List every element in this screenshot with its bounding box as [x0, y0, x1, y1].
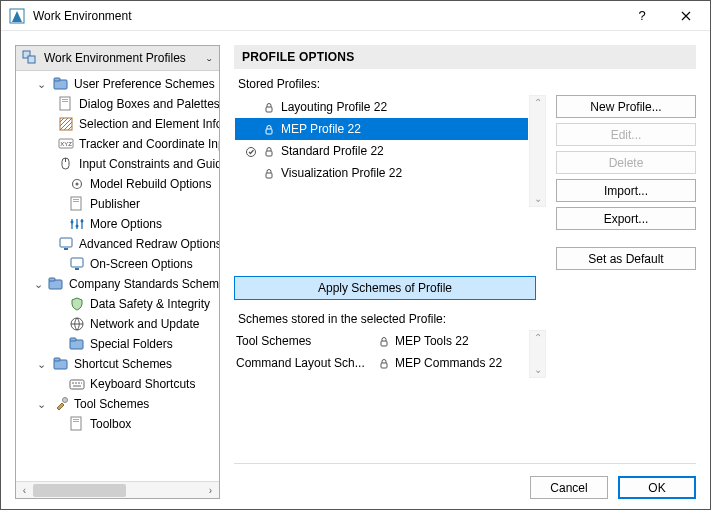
- cancel-button[interactable]: Cancel: [530, 476, 608, 499]
- stored-profiles-label: Stored Profiles:: [234, 73, 696, 95]
- scheme-name: Tool Schemes: [234, 334, 379, 348]
- tree-item-label: Company Standards Schemes: [69, 277, 219, 291]
- title-bar: Work Environment ?: [1, 1, 710, 31]
- lock-icon: [263, 167, 275, 179]
- window-title: Work Environment: [33, 9, 131, 23]
- profiles-icon: [22, 50, 38, 66]
- import-button[interactable]: Import...: [556, 179, 696, 202]
- scheme-row[interactable]: Tool SchemesMEP Tools 22: [234, 330, 519, 352]
- tree-item[interactable]: ·Network and Update: [16, 314, 219, 334]
- lock-icon: [263, 145, 275, 157]
- scheme-name: Command Layout Sch...: [234, 356, 379, 370]
- tree-item[interactable]: ·Advanced Redraw Options: [16, 234, 219, 254]
- help-button[interactable]: ?: [622, 1, 662, 31]
- tree-item-label: Special Folders: [90, 337, 173, 351]
- tree-item[interactable]: ·Special Folders: [16, 334, 219, 354]
- tree-item[interactable]: ·On-Screen Options: [16, 254, 219, 274]
- tree-item-label: User Preference Schemes: [74, 77, 215, 91]
- rebuild-icon: [69, 176, 85, 192]
- profile-item[interactable]: Layouting Profile 22: [235, 96, 528, 118]
- profile-name: Standard Profile 22: [281, 144, 384, 158]
- scroll-right-arrow[interactable]: ›: [202, 482, 219, 499]
- shortcut-icon: [53, 356, 69, 372]
- tree-item[interactable]: ·Selection and Element Information: [16, 114, 219, 134]
- tree-item-label: Tracker and Coordinate Input: [79, 137, 219, 151]
- default-marker-icon: [245, 145, 257, 157]
- tree-item-label: Network and Update: [90, 317, 199, 331]
- tree-twisty[interactable]: ⌄: [34, 78, 48, 91]
- close-button[interactable]: [666, 1, 706, 31]
- redraw-icon: [58, 236, 74, 252]
- profile-name: Visualization Profile 22: [281, 166, 402, 180]
- tree-item-label: Publisher: [90, 197, 140, 211]
- profile-item[interactable]: Visualization Profile 22: [235, 162, 528, 184]
- tree-header[interactable]: Work Environment Profiles ⌄: [16, 46, 219, 71]
- input-icon: [58, 156, 74, 172]
- scheme-value: MEP Tools 22: [379, 334, 519, 348]
- scroll-left-arrow[interactable]: ‹: [16, 482, 33, 499]
- profile-item[interactable]: Standard Profile 22: [235, 140, 528, 162]
- safety-icon: [69, 296, 85, 312]
- scheme-value: MEP Commands 22: [379, 356, 519, 370]
- tree-item-label: Data Safety & Integrity: [90, 297, 210, 311]
- schemes-table[interactable]: Tool SchemesMEP Tools 22Command Layout S…: [234, 330, 519, 378]
- scheme-row[interactable]: Command Layout Sch...MEP Commands 22: [234, 352, 519, 374]
- tree-item[interactable]: ⌄Shortcut Schemes: [16, 354, 219, 374]
- schemes-stored-label: Schemes stored in the selected Profile:: [234, 308, 696, 330]
- tree-item[interactable]: ·Keyboard Shortcuts: [16, 374, 219, 394]
- tree-item[interactable]: ⌄Tool Schemes: [16, 394, 219, 414]
- tree-item[interactable]: ·Input Constraints and Guides: [16, 154, 219, 174]
- tree-item[interactable]: ·Toolbox: [16, 414, 219, 434]
- tree-item[interactable]: ·Publisher: [16, 194, 219, 214]
- tree-header-label: Work Environment Profiles: [44, 51, 186, 65]
- export-button[interactable]: Export...: [556, 207, 696, 230]
- tree-item-label: Model Rebuild Options: [90, 177, 211, 191]
- tree-item-label: Keyboard Shortcuts: [90, 377, 195, 391]
- section-heading: PROFILE OPTIONS: [234, 45, 696, 69]
- profile-item[interactable]: MEP Profile 22: [235, 118, 528, 140]
- tree-item[interactable]: ·More Options: [16, 214, 219, 234]
- tree-item-label: On-Screen Options: [90, 257, 193, 271]
- tree-item-label: Toolbox: [90, 417, 131, 431]
- tree-item[interactable]: ⌄User Preference Schemes: [16, 74, 219, 94]
- tree-item[interactable]: ·Model Rebuild Options: [16, 174, 219, 194]
- tree-twisty[interactable]: ⌄: [34, 358, 48, 371]
- delete-button: Delete: [556, 151, 696, 174]
- keyboard-icon: [69, 376, 85, 392]
- profiles-list[interactable]: Layouting Profile 22MEP Profile 22Standa…: [234, 95, 529, 270]
- tool-icon: [53, 396, 69, 412]
- user-scheme-icon: [53, 76, 69, 92]
- tree[interactable]: ⌄User Preference Schemes·Dialog Boxes an…: [16, 71, 219, 481]
- chevron-down-icon: ⌄: [205, 54, 213, 62]
- network-icon: [69, 316, 85, 332]
- tree-item[interactable]: ·Data Safety & Integrity: [16, 294, 219, 314]
- dialog-icon: [58, 96, 74, 112]
- company-icon: [48, 276, 64, 292]
- tree-item-label: Input Constraints and Guides: [79, 157, 219, 171]
- apply-schemes-button[interactable]: Apply Schemes of Profile: [234, 276, 536, 300]
- tree-item-label: Dialog Boxes and Palettes: [79, 97, 219, 111]
- tree-twisty[interactable]: ⌄: [34, 278, 43, 291]
- tree-item-label: Advanced Redraw Options: [79, 237, 219, 251]
- tree-item[interactable]: ·Dialog Boxes and Palettes: [16, 94, 219, 114]
- folders-icon: [69, 336, 85, 352]
- set-default-button[interactable]: Set as Default: [556, 247, 696, 270]
- selection-icon: [58, 116, 74, 132]
- tree-item[interactable]: ·Tracker and Coordinate Input: [16, 134, 219, 154]
- tree-item-label: Selection and Element Information: [79, 117, 219, 131]
- tree-item[interactable]: ⌄Company Standards Schemes: [16, 274, 219, 294]
- horizontal-scrollbar[interactable]: ‹ ›: [16, 481, 219, 498]
- vertical-scrollbar[interactable]: ⌃⌄: [529, 95, 546, 207]
- toolbox-icon: [69, 416, 85, 432]
- onscreen-icon: [69, 256, 85, 272]
- tree-item-label: More Options: [90, 217, 162, 231]
- ok-button[interactable]: OK: [618, 476, 696, 499]
- tree-item-label: Tool Schemes: [74, 397, 149, 411]
- new-profile-button[interactable]: New Profile...: [556, 95, 696, 118]
- more-icon: [69, 216, 85, 232]
- vertical-scrollbar[interactable]: ⌃⌄: [529, 330, 546, 378]
- tree-twisty[interactable]: ⌄: [34, 398, 48, 411]
- scrollbar-thumb[interactable]: [33, 484, 126, 497]
- publisher-icon: [69, 196, 85, 212]
- tree-panel: Work Environment Profiles ⌄ ⌄User Prefer…: [15, 45, 220, 499]
